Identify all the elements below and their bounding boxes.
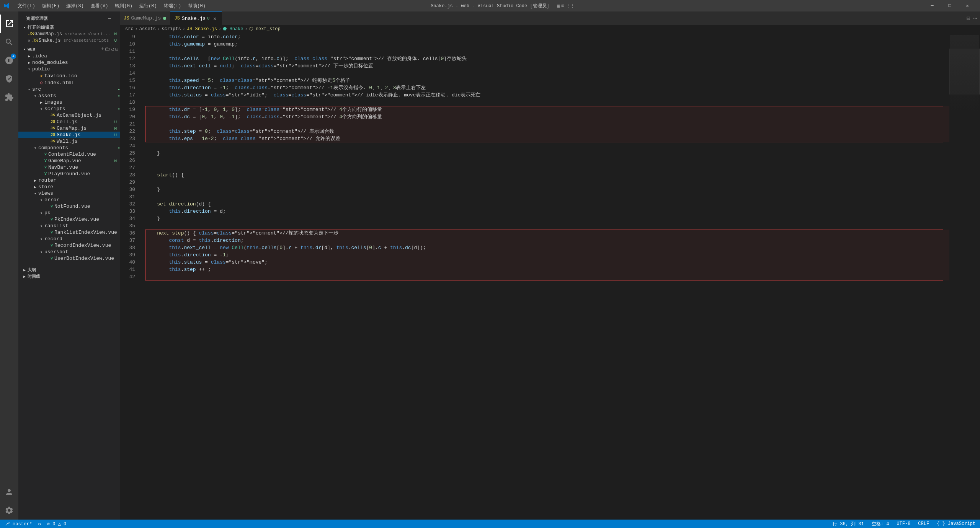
errors-warnings[interactable]: ⊘ 0 △ 0 — [46, 521, 68, 527]
new-folder-btn[interactable]: 🗁 — [105, 46, 110, 52]
tree-userbot[interactable]: ▾ user\bot — [18, 249, 120, 255]
tree-ranklist[interactable]: ▾ ranklist — [18, 223, 120, 229]
line-number: 30 — [120, 186, 135, 193]
tree-gamemap-js[interactable]: ▶ JS GameMap.js M — [18, 125, 120, 132]
menu-help[interactable]: 帮助(H) — [185, 2, 209, 10]
code-line: this.gamemap = gamemap; — [145, 41, 949, 48]
tree-error[interactable]: ▾ error — [18, 197, 120, 203]
activity-extensions[interactable] — [0, 88, 18, 106]
activity-settings[interactable] — [0, 501, 18, 520]
code-line: this.cells = [new Cell(info.r, info.c)];… — [145, 55, 949, 62]
folder-node-modules-label: node_modules — [32, 60, 120, 65]
titlebar-controls[interactable]: ─ □ ✕ — [923, 0, 976, 11]
tree-node-modules[interactable]: ▶ node_modules — [18, 59, 120, 66]
file-navbar-label: NavBar.vue — [48, 165, 120, 170]
tree-recordindex[interactable]: ▶ V RecordIndexView.vue — [18, 242, 120, 249]
layout-icon[interactable]: ▦ — [557, 3, 560, 9]
tree-components[interactable]: ▾ components ● — [18, 145, 120, 151]
tree-ranklistindex[interactable]: ▶ V RanklistIndexView.vue — [18, 229, 120, 236]
tree-pkindex[interactable]: ▶ V PkIndexView.vue — [18, 216, 120, 223]
git-branch[interactable]: ⎇ master* — [3, 521, 34, 527]
breadcrumb-assets[interactable]: assets — [139, 26, 156, 32]
language-mode[interactable]: { } JavaScript — [935, 521, 977, 526]
activity-run-debug[interactable] — [0, 70, 18, 88]
tree-contentfield[interactable]: ▶ V ContentField.vue — [18, 151, 120, 158]
sidebar-header-icons[interactable]: ⋯ — [107, 15, 112, 23]
maximize-button[interactable]: □ — [941, 0, 959, 11]
layout3-icon[interactable]: ⋮⋮ — [566, 3, 575, 9]
refresh-btn[interactable]: ↺ — [111, 46, 114, 52]
menu-view[interactable]: 查看(V) — [88, 2, 111, 10]
cursor-position[interactable]: 行 36, 列 31 — [831, 521, 866, 527]
tree-acgameobject[interactable]: ▶ JS AcGameObject.js — [18, 112, 120, 119]
breadcrumb-src[interactable]: src — [125, 26, 134, 32]
tree-userbotindex[interactable]: ▶ V UserBotIndexView.vue — [18, 255, 120, 262]
vue-file-icon: V — [51, 217, 53, 222]
indentation[interactable]: 空格: 4 — [870, 521, 891, 527]
tree-src[interactable]: ▾ src ● — [18, 86, 120, 93]
sync-icon[interactable]: ↻ — [37, 521, 42, 527]
split-editor-icon[interactable]: ⊟ — [967, 15, 970, 22]
menu-run[interactable]: 运行(R) — [136, 2, 160, 10]
titlebar-menu[interactable]: 文件(F) 编辑(E) 选择(S) 查看(V) 转到(G) 运行(R) 终端(T… — [15, 2, 209, 10]
tree-snake-js[interactable]: ▶ JS Snake.js U — [18, 132, 120, 138]
tree-public[interactable]: ▾ public — [18, 66, 120, 72]
line-ending[interactable]: CRLF — [916, 521, 931, 526]
menu-goto[interactable]: 转到(G) — [112, 2, 136, 10]
tab-gamemap[interactable]: JS GameMap.js — [120, 11, 170, 25]
tree-wall-js[interactable]: ▶ JS Wall.js — [18, 138, 120, 145]
new-file-btn[interactable]: + — [101, 46, 104, 52]
tree-notfound[interactable]: ▶ V NotFound.vue — [18, 203, 120, 210]
close-button[interactable]: ✕ — [959, 0, 976, 11]
activity-search[interactable] — [0, 33, 18, 51]
menu-select[interactable]: 选择(S) — [63, 2, 87, 10]
tree-index-html[interactable]: ▶ ◇ index.html — [18, 79, 120, 86]
breadcrumb-next-step[interactable]: ⬡ next_step — [249, 26, 281, 32]
activity-account[interactable] — [0, 483, 18, 501]
editor-content[interactable]: 9101112131415161718192021222324252627282… — [120, 33, 949, 520]
layout2-icon[interactable]: ⊞ — [561, 3, 564, 9]
line-number: 39 — [120, 251, 135, 259]
tree-scripts[interactable]: ▾ scripts ● — [18, 106, 120, 112]
menu-terminal[interactable]: 终端(T) — [161, 2, 185, 10]
root-web[interactable]: ▾ WEB + 🗁 ↺ ⊟ — [18, 46, 120, 53]
tree-store[interactable]: ▶ store — [18, 184, 120, 190]
open-editor-snake[interactable]: ✕ JS Snake.js src\assets\scripts U — [18, 37, 120, 44]
code-area[interactable]: this.color = info.color; this.gamemap = … — [139, 33, 949, 520]
sidebar-header: 资源管理器 ⋯ — [18, 11, 120, 24]
menu-file[interactable]: 文件(F) — [15, 2, 38, 10]
sidebar-scroll[interactable]: ▾ 打开的编辑器 JS GameMap.js src\assets\scri..… — [18, 24, 120, 520]
breadcrumb-snakejs[interactable]: JS Snake.js — [187, 26, 217, 32]
breadcrumb-scripts[interactable]: scripts — [162, 26, 181, 32]
line-number: 35 — [120, 222, 135, 230]
tree-favicon[interactable]: ▶ ★ favicon.ico — [18, 72, 120, 79]
breadcrumb-snake-class[interactable]: ⬟ Snake — [223, 26, 243, 32]
tree-pk[interactable]: ▾ pk — [18, 210, 120, 216]
more-actions-icon[interactable]: ⋯ — [973, 15, 977, 22]
tree-gamemap-vue[interactable]: ▶ V GameMap.vue M — [18, 158, 120, 164]
timeline-section[interactable]: ▶ 时间线 — [18, 273, 120, 280]
tree-cell[interactable]: ▶ JS Cell.js U — [18, 119, 120, 125]
tree-images[interactable]: ▶ images — [18, 99, 120, 106]
minimap[interactable] — [949, 33, 980, 520]
tree-assets[interactable]: ▾ assets ● — [18, 93, 120, 99]
collapse-btn[interactable]: ⊟ — [115, 46, 118, 52]
tree-idea[interactable]: ▶ .idea — [18, 53, 120, 59]
tab-close-button[interactable]: ✕ — [212, 15, 218, 21]
encoding[interactable]: UTF-8 — [895, 521, 912, 526]
tree-router[interactable]: ▶ router — [18, 177, 120, 184]
new-file-icon[interactable]: ⋯ — [107, 15, 112, 23]
open-editor-gamemap[interactable]: JS GameMap.js src\assets\scri... M — [18, 31, 120, 37]
outline-section[interactable]: ▶ 大纲 — [18, 267, 120, 273]
minimize-button[interactable]: ─ — [923, 0, 941, 11]
activity-explorer[interactable] — [0, 15, 18, 33]
tab-snake[interactable]: JS Snake.js U ✕ — [170, 11, 222, 25]
menu-edit[interactable]: 编辑(E) — [39, 2, 63, 10]
tree-views[interactable]: ▾ views — [18, 190, 120, 197]
tree-navbar[interactable]: ▶ V NavBar.vue — [18, 164, 120, 171]
activity-source-control[interactable]: 4 — [0, 51, 18, 70]
open-editors-section[interactable]: ▾ 打开的编辑器 — [18, 24, 120, 31]
tree-playground[interactable]: ▶ V PlayGround.vue — [18, 171, 120, 177]
close-open-editor-icon[interactable]: ✕ — [28, 37, 31, 44]
tree-record[interactable]: ▾ record — [18, 236, 120, 242]
